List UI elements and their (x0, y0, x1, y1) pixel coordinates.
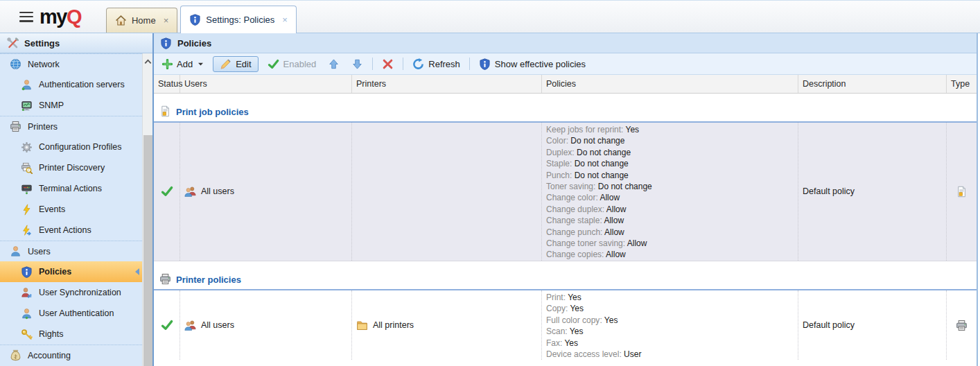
check-icon (161, 185, 173, 198)
policy-value: Allow (600, 193, 620, 202)
policy-line: Full color copyYes (546, 315, 794, 326)
sidebar-item-label: Rights (39, 329, 63, 339)
sidebar-item-label: User Authentication (39, 308, 114, 318)
logo-text-q: Q (67, 6, 81, 28)
policy-label: Print (546, 293, 568, 302)
sidebar-item-users[interactable]: Users (0, 241, 142, 261)
status-cell (154, 290, 180, 360)
sidebar-item-printers[interactable]: Printers (0, 116, 142, 137)
policy-row[interactable]: All usersKeep jobs for reprintYesColorDo… (154, 123, 977, 261)
sidebar-item-accounting[interactable]: Accounting (0, 345, 142, 365)
group-header-printer-policies[interactable]: Printer policies (154, 261, 977, 290)
arrow-up-icon (328, 58, 340, 70)
delete-button[interactable] (379, 56, 396, 72)
policy-line: CopyYes (546, 303, 794, 314)
tab-close-icon[interactable]: × (164, 15, 169, 26)
users-group-icon (184, 320, 196, 331)
gear-icon (21, 141, 33, 153)
policy-label: Change toner saving (546, 238, 627, 248)
sidebar-item-user-synchronization[interactable]: User Synchronization (0, 282, 142, 303)
sidebar-item-rights[interactable]: Rights (0, 324, 142, 345)
shield-icon (479, 58, 491, 70)
sidebar-item-label: Policies (39, 267, 71, 277)
tab-close-icon[interactable]: × (282, 15, 288, 25)
policy-value: Allow (604, 216, 624, 225)
policies-cell: Keep jobs for reprintYesColorDo not chan… (542, 123, 798, 261)
sidebar-item-events[interactable]: Events (0, 199, 142, 220)
edit-button[interactable]: Edit (213, 56, 258, 72)
scrollbar-thumb[interactable] (143, 135, 152, 366)
home-icon (115, 15, 127, 26)
refresh-button[interactable]: Refresh (410, 56, 463, 72)
policy-label: Punch (546, 171, 575, 180)
column-header-printers[interactable]: Printers (352, 75, 542, 93)
tab-home[interactable]: Home× (106, 8, 177, 33)
policy-label: Change punch (546, 227, 604, 237)
menu-icon[interactable] (19, 12, 33, 22)
arrow-down-icon (351, 58, 363, 70)
users-group-icon (184, 186, 196, 198)
sidebar-item-user-authentication[interactable]: User Authentication (0, 303, 142, 324)
check-icon (161, 319, 173, 331)
policy-value: Do not change (575, 171, 629, 180)
pencil-icon (220, 58, 231, 70)
policy-line: Change punchAllow (546, 227, 794, 238)
sidebar-item-label: SNMP (39, 101, 64, 110)
dropdown-caret-icon (198, 61, 204, 67)
sidebar-item-network[interactable]: Network (0, 53, 142, 74)
tab-label: Settings: Policies (206, 15, 274, 25)
top-bar: myQ Home×Settings: Policies× (0, 1, 980, 33)
toolbar-separator (469, 58, 470, 70)
policy-line: Toner savingDo not change (546, 181, 794, 192)
scroll-up-button[interactable] (143, 53, 152, 70)
policy-label: Scan (546, 326, 570, 336)
policies-cell: PrintYesCopyYesFull color copyYesScanYes… (542, 290, 798, 360)
policy-line: Device access levelUser (546, 349, 794, 360)
refresh-icon (412, 58, 424, 70)
group-header-print-job-policies[interactable]: Print job policies (154, 94, 977, 123)
policy-label: Keep jobs for reprint (546, 125, 626, 134)
column-header-users[interactable]: Users (180, 75, 352, 93)
myq-window: myQ Home×Settings: Policies× Settings Ne… (0, 0, 980, 366)
sidebar-item-authentication-servers[interactable]: Authentication servers (0, 74, 142, 95)
tab-settings-policies[interactable]: Settings: Policies× (180, 6, 297, 33)
show-effective-policies-button[interactable]: Show effective policies (476, 56, 588, 72)
sidebar-item-label: Authentication servers (39, 80, 125, 89)
user-key-icon (21, 308, 33, 320)
policy-row[interactable]: All usersAll printersPrintYesCopyYesFull… (154, 290, 977, 360)
table-header: StatusUsersPrintersPoliciesDescriptionTy… (154, 75, 977, 94)
myq-logo: myQ (40, 7, 81, 27)
column-header-policies[interactable]: Policies (542, 75, 798, 93)
move-down-button[interactable] (349, 56, 366, 72)
sidebar-item-configuration-profiles[interactable]: Configuration Profiles (0, 137, 142, 157)
add-button[interactable]: Add (159, 57, 207, 71)
policy-value: User (624, 349, 641, 359)
column-header-type[interactable]: Type (947, 75, 977, 93)
toolbar-separator (372, 58, 373, 70)
sidebar-item-snmp[interactable]: SNMP (0, 95, 142, 116)
policy-value: Yes (564, 338, 578, 348)
terminal-icon (21, 183, 33, 195)
lightning-icon (21, 204, 33, 216)
move-up-button[interactable] (325, 56, 342, 72)
user-sync-icon (21, 287, 33, 299)
sidebar-item-label: Printer Discovery (39, 163, 105, 173)
column-header-description[interactable]: Description (798, 75, 947, 93)
sidebar-item-policies[interactable]: Policies (0, 261, 142, 282)
sidebar-item-event-actions[interactable]: Event Actions (0, 220, 142, 241)
policy-line: StapleDo not change (546, 158, 794, 169)
check-icon (268, 58, 279, 70)
printers-cell (352, 123, 542, 261)
sidebar-scrollbar[interactable] (142, 53, 152, 366)
sidebar-item-printer-discovery[interactable]: Printer Discovery (0, 157, 142, 178)
policy-line: FaxYes (546, 338, 794, 349)
enabled-button[interactable]: Enabled (265, 56, 320, 72)
column-header-status[interactable]: Status (154, 75, 180, 93)
policy-value: Do not change (598, 182, 652, 191)
sidebar-item-label: Configuration Profiles (39, 142, 122, 152)
policy-value: Do not change (575, 159, 629, 168)
policy-label: Full color copy (546, 315, 604, 325)
sidebar-item-terminal-actions[interactable]: Terminal Actions (0, 178, 142, 199)
policy-line: Change copiesAllow (546, 249, 794, 260)
description-value: Default policy (803, 186, 855, 196)
